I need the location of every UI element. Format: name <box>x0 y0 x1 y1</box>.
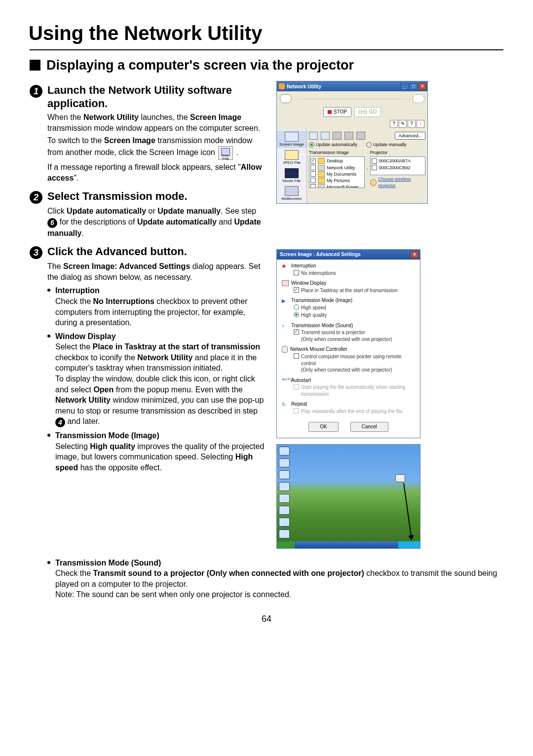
help-button[interactable]: ? <box>390 120 398 128</box>
checkbox-icon[interactable] <box>310 158 316 164</box>
step-2-title: Select Transmission mode. <box>47 190 188 203</box>
ref-step-6: 6 <box>47 218 57 228</box>
checkbox-transmit-sound[interactable]: Transmit sound to a projector(Only when … <box>294 329 415 343</box>
close-button[interactable]: × <box>419 83 426 90</box>
close-button[interactable]: × <box>411 251 419 258</box>
mode-icon[interactable] <box>356 132 365 140</box>
nu-body: Screen Image JPEG File Movie File Multis… <box>277 130 427 203</box>
title-rule <box>30 49 503 50</box>
checkbox-icon[interactable] <box>310 171 316 177</box>
desktop-icon-item <box>279 518 290 527</box>
network-utility-window: Network Utility _ □ × STOP ((•)) <box>276 81 428 204</box>
mode-icon[interactable] <box>321 132 330 140</box>
nu-titlebar: Network Utility _ □ × <box>277 81 427 91</box>
nu-toolbar <box>277 91 427 105</box>
step-badge-1: 1 <box>30 85 42 98</box>
desktop-screenshot <box>276 444 420 549</box>
folder-icon <box>318 171 325 177</box>
app-icon <box>279 83 285 89</box>
movie-file-icon <box>285 168 299 178</box>
autostart-icon: AUTO <box>282 377 289 383</box>
list-item: My Pictures <box>310 178 363 184</box>
desktop-icon-item <box>279 506 290 515</box>
app-icon <box>318 184 325 188</box>
desktop-icon <box>318 158 325 164</box>
start-button <box>277 541 295 548</box>
app-icon <box>318 165 325 171</box>
edit-button[interactable]: ✎ <box>399 120 407 128</box>
adv-group-repeat: ↻Repeat Play repeatedly after the end of… <box>282 401 415 415</box>
checkbox-icon[interactable] <box>372 165 377 170</box>
adv-group-mouse: Network Mouse Controller Control compute… <box>282 346 415 374</box>
transmission-image-list[interactable]: Desktop Network Utility My Documents My … <box>309 156 365 188</box>
advanced-settings-dialog: Screen Image : Advanced Settings × ✱Inte… <box>276 249 420 438</box>
info-button[interactable]: i <box>417 120 424 128</box>
cloud-icon <box>280 94 292 103</box>
minimize-button[interactable]: _ <box>401 83 409 90</box>
step-3-body: The Screen Image: Advanced Settings dial… <box>47 261 266 473</box>
checkbox-tasktray[interactable]: Place in Tasktray at the start of transm… <box>294 287 415 295</box>
radio-update-auto[interactable]: Update automatically <box>309 142 357 148</box>
checkbox-autostart: Start playing the file automatically whe… <box>294 383 415 398</box>
desktop-icon-item <box>279 529 290 538</box>
mode-icon[interactable] <box>344 132 353 140</box>
screen-image-icon: Screen Image <box>218 146 233 160</box>
checkbox-icon[interactable] <box>310 165 316 170</box>
section-header: Displaying a computer's screen via the p… <box>30 56 503 74</box>
checkbox-icon[interactable] <box>372 158 377 164</box>
checkbox-no-interruptions[interactable]: No interruptions <box>294 269 415 277</box>
list-item: 000C2000CB92 <box>372 165 424 171</box>
ok-button[interactable]: OK <box>308 422 338 432</box>
radio-icon <box>366 142 372 148</box>
adv-titlebar: Screen Image : Advanced Settings × <box>277 250 420 260</box>
stop-button[interactable]: STOP <box>323 107 351 117</box>
page-title: Using the Network Utility <box>29 20 503 46</box>
go-button[interactable]: ((•)) GO <box>354 107 381 117</box>
mode-icon[interactable] <box>309 132 318 140</box>
desktop-icon-item <box>279 470 290 479</box>
desktop-icon-item <box>279 494 290 503</box>
checkbox-icon[interactable] <box>310 178 316 183</box>
checkbox-icon <box>294 287 299 293</box>
ref-step-4: 4 <box>55 417 65 427</box>
mode-icon[interactable] <box>333 132 342 140</box>
interruption-icon: ✱ <box>282 263 289 269</box>
radio-update-manual[interactable]: Update manually <box>366 142 407 148</box>
tab-multiscreen[interactable]: Multiscreen <box>277 185 306 202</box>
adv-group-tm-image: ▶Transmission Mode (Image) High speed Hi… <box>282 297 415 319</box>
multiscreen-icon <box>285 186 299 196</box>
radio-high-speed[interactable]: High speed <box>294 304 415 312</box>
help2-button[interactable]: ? <box>408 120 416 128</box>
tab-screen-image[interactable]: Screen Image <box>277 131 306 148</box>
radio-high-quality[interactable]: High quality <box>294 311 415 319</box>
list-header-projector: Projector <box>370 150 426 156</box>
gear-icon <box>370 179 377 186</box>
tm-image-icon: ▶ <box>282 298 289 303</box>
bullet-tm-sound-body: Check the Transmit sound to a projector … <box>55 568 503 600</box>
checkbox-icon[interactable] <box>310 184 316 188</box>
tab-movie-file[interactable]: Movie File <box>277 167 306 185</box>
cancel-button[interactable]: Cancel <box>350 422 388 432</box>
step-2-body: Click Update automatically or Update man… <box>47 206 266 238</box>
list-item: Microsoft Power... <box>310 184 363 188</box>
step-1-body: When the Network Utility launches, the S… <box>47 112 266 183</box>
checkbox-icon <box>294 384 299 389</box>
adv-group-interruption: ✱Interruption No interruptions <box>282 263 415 277</box>
step-badge-2: 2 <box>30 191 42 204</box>
bullet-tm-image-body: Selecting High quality improves the qual… <box>55 441 266 473</box>
step-1-title: Launch the Network Utility software appl… <box>47 84 266 110</box>
bullet-tm-image: Transmission Mode (Image) <box>47 430 266 441</box>
checkbox-mouse-control[interactable]: Control computer mouse pointer using rem… <box>294 353 415 374</box>
stop-icon <box>328 110 332 114</box>
tab-jpeg-file[interactable]: JPEG File <box>277 149 306 166</box>
repeat-icon: ↻ <box>282 401 289 407</box>
screen-image-icon <box>285 132 299 142</box>
jpeg-file-icon <box>285 150 299 160</box>
projector-list[interactable]: 000C2000AB7A 000C2000CB92 <box>370 156 426 175</box>
advanced-button[interactable]: Advanced... <box>395 132 425 140</box>
tray-icon <box>395 474 405 482</box>
maximize-button[interactable]: □ <box>410 83 418 90</box>
checkbox-icon <box>294 353 299 359</box>
taskbar-clock <box>398 541 420 548</box>
choose-wireless-link[interactable]: Choose wireless projector <box>370 175 426 188</box>
